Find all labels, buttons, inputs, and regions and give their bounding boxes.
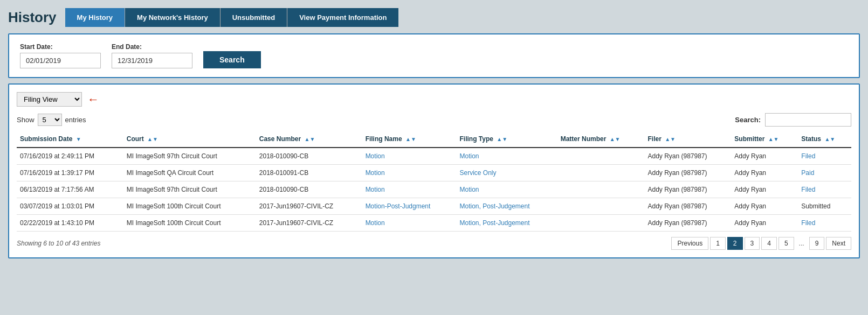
- sort-arrow-submission-date: ▼: [76, 136, 81, 142]
- search-button[interactable]: Search: [203, 51, 261, 68]
- table-cell: Addy Ryan (987987): [644, 198, 731, 215]
- pagination-page-3[interactable]: 3: [745, 237, 760, 250]
- table-row: 07/16/2019 at 2:49:11 PMMI ImageSoft 97t…: [17, 148, 851, 165]
- pagination-prev[interactable]: Previous: [671, 237, 708, 250]
- show-label: Show: [17, 116, 35, 124]
- table-cell[interactable]: Motion: [362, 148, 457, 165]
- table-search-control: Search:: [735, 113, 851, 127]
- header-section: History My History My Network's History …: [8, 8, 860, 27]
- table-cell: Submitted: [798, 198, 851, 215]
- sort-arrow-filer: ▲▼: [665, 136, 676, 142]
- col-matter-number[interactable]: Matter Number ▲▼: [557, 131, 645, 148]
- history-table: Submission Date ▼ Court ▲▼ Case Number ▲…: [17, 131, 851, 232]
- start-date-group: Start Date:: [20, 43, 101, 68]
- table-cell: Filed: [798, 215, 851, 232]
- table-cell: 2018-010091-CB: [256, 165, 362, 181]
- table-cell: [557, 165, 645, 181]
- show-entries-control: Show 5 10 25 50 entries: [17, 114, 86, 126]
- table-cell: 2018-010090-CB: [256, 148, 362, 165]
- pagination-page-9[interactable]: 9: [809, 237, 825, 250]
- table-cell[interactable]: Motion-Post-Judgment: [362, 198, 457, 215]
- table-cell: [557, 198, 645, 215]
- table-cell: MI ImageSoft 100th Circuit Court: [123, 215, 256, 232]
- table-row: 02/22/2019 at 1:43:10 PMMI ImageSoft 100…: [17, 215, 851, 232]
- col-submission-date[interactable]: Submission Date ▼: [17, 131, 123, 148]
- table-cell[interactable]: Motion, Post-Judgement: [456, 198, 557, 215]
- table-cell: 2017-Jun19607-CIVIL-CZ: [256, 198, 362, 215]
- sort-arrow-filing-name: ▲▼: [405, 136, 416, 142]
- view-select[interactable]: Filing View Payment View: [17, 92, 82, 107]
- pagination-ellipsis: ...: [796, 237, 808, 249]
- col-submitter[interactable]: Submitter ▲▼: [731, 131, 798, 148]
- pagination: Previous 1 2 3 4 5 ... 9 Next: [671, 237, 851, 250]
- page-title: History: [8, 9, 57, 26]
- col-status[interactable]: Status ▲▼: [798, 131, 851, 148]
- tab-network-history[interactable]: My Network's History: [125, 8, 221, 27]
- pagination-next[interactable]: Next: [826, 237, 851, 250]
- table-cell: [557, 148, 645, 165]
- table-search-input[interactable]: [765, 113, 851, 127]
- entries-label: entries: [65, 116, 86, 124]
- table-cell[interactable]: Motion: [362, 215, 457, 232]
- table-cell: 07/16/2019 at 2:49:11 PM: [17, 148, 123, 165]
- sort-arrow-submitter: ▲▼: [768, 136, 779, 142]
- table-cell: 2018-010090-CB: [256, 181, 362, 198]
- filter-section: Start Date: End Date: Search: [8, 33, 860, 78]
- table-cell: MI ImageSoft QA Circuit Court: [123, 165, 256, 181]
- tab-my-history[interactable]: My History: [65, 8, 125, 27]
- arrow-indicator: ←: [87, 93, 99, 107]
- pagination-page-1[interactable]: 1: [710, 237, 726, 250]
- col-court[interactable]: Court ▲▼: [123, 131, 256, 148]
- sort-arrow-status: ▲▼: [824, 136, 835, 142]
- entries-select[interactable]: 5 10 25 50: [38, 114, 62, 126]
- table-row: 07/16/2019 at 1:39:17 PMMI ImageSoft QA …: [17, 165, 851, 181]
- end-date-label: End Date:: [112, 43, 192, 51]
- table-cell[interactable]: Service Only: [456, 165, 557, 181]
- table-header-row: Submission Date ▼ Court ▲▼ Case Number ▲…: [17, 131, 851, 148]
- table-controls-row: Show 5 10 25 50 entries Search:: [17, 113, 851, 127]
- table-cell[interactable]: Motion: [362, 165, 457, 181]
- table-cell: Addy Ryan: [731, 165, 798, 181]
- pagination-page-2[interactable]: 2: [727, 237, 743, 250]
- table-cell: Addy Ryan (987987): [644, 181, 731, 198]
- tab-view-payment[interactable]: View Payment Information: [287, 8, 398, 27]
- table-cell[interactable]: Motion, Post-Judgement: [456, 215, 557, 232]
- start-date-label: Start Date:: [20, 43, 101, 51]
- col-filer[interactable]: Filer ▲▼: [644, 131, 731, 148]
- table-cell: MI ImageSoft 97th Circuit Court: [123, 181, 256, 198]
- col-filing-type[interactable]: Filing Type ▲▼: [456, 131, 557, 148]
- table-cell: Filed: [798, 148, 851, 165]
- col-filing-name[interactable]: Filing Name ▲▼: [362, 131, 457, 148]
- table-row: 06/13/2019 at 7:17:56 AMMI ImageSoft 97t…: [17, 181, 851, 198]
- sort-arrow-court: ▲▼: [147, 136, 158, 142]
- col-case-number[interactable]: Case Number ▲▼: [256, 131, 362, 148]
- table-cell: Paid: [798, 165, 851, 181]
- end-date-group: End Date:: [112, 43, 192, 68]
- table-footer: Showing 6 to 10 of 43 entries Previous 1…: [17, 237, 851, 250]
- table-cell: Filed: [798, 181, 851, 198]
- end-date-input[interactable]: [112, 53, 192, 68]
- table-cell[interactable]: Motion: [362, 181, 457, 198]
- pagination-page-5[interactable]: 5: [779, 237, 794, 250]
- table-cell: Addy Ryan (987987): [644, 165, 731, 181]
- table-cell: [557, 215, 645, 232]
- pagination-page-4[interactable]: 4: [761, 237, 777, 250]
- table-cell: MI ImageSoft 97th Circuit Court: [123, 148, 256, 165]
- table-cell: Addy Ryan: [731, 215, 798, 232]
- sort-arrow-case-number: ▲▼: [305, 136, 315, 142]
- table-cell: 06/13/2019 at 7:17:56 AM: [17, 181, 123, 198]
- table-cell[interactable]: Motion: [456, 181, 557, 198]
- view-controls: Filing View Payment View ←: [17, 92, 851, 107]
- table-cell: Addy Ryan (987987): [644, 148, 731, 165]
- table-cell: Addy Ryan: [731, 198, 798, 215]
- sort-arrow-matter-number: ▲▼: [610, 136, 621, 142]
- table-cell: Addy Ryan: [731, 181, 798, 198]
- table-cell: 02/22/2019 at 1:43:10 PM: [17, 215, 123, 232]
- table-cell[interactable]: Motion: [456, 148, 557, 165]
- start-date-input[interactable]: [20, 53, 101, 68]
- table-cell: Addy Ryan: [731, 148, 798, 165]
- table-cell: 2017-Jun19607-CIVIL-CZ: [256, 215, 362, 232]
- table-row: 03/07/2019 at 1:03:01 PMMI ImageSoft 100…: [17, 198, 851, 215]
- tab-unsubmitted[interactable]: Unsubmitted: [221, 8, 287, 27]
- table-cell: [557, 181, 645, 198]
